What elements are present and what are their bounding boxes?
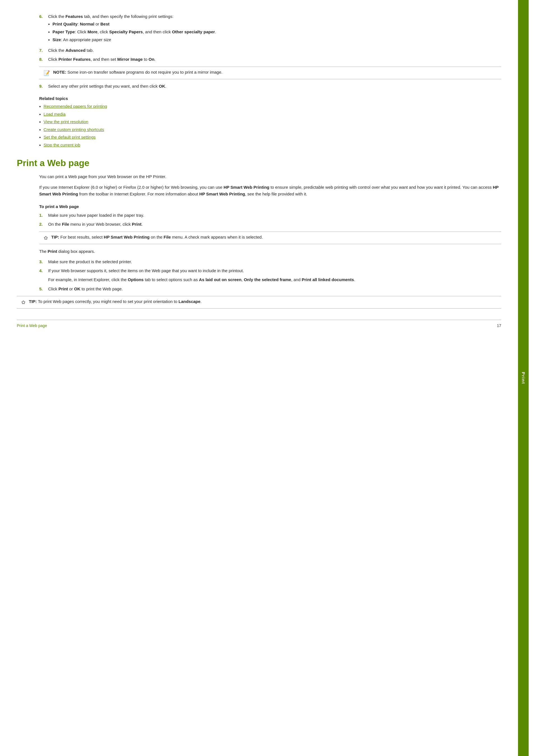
tip-box-1: ✿ TIP: For best results, select HP Smart… xyxy=(39,232,501,244)
step-8-content: Click Printer Features, and then set Mir… xyxy=(48,56,501,63)
page-content: 6. Click the Features tab, and then spec… xyxy=(0,0,518,756)
related-topic-4[interactable]: Create custom printing shortcuts xyxy=(39,126,501,134)
web-step-1-text: Make sure you have paper loaded in the p… xyxy=(48,213,144,218)
footer-left-text: Print a Web page xyxy=(17,323,47,328)
step-6-content: Click the Features tab, and then specify… xyxy=(48,13,501,45)
note-icon: 📝 xyxy=(44,70,50,76)
sub-item-paper-type: Paper Type: Click More, click Specialty … xyxy=(48,29,501,36)
web-step-5-num: 5. xyxy=(39,286,48,292)
print-dialog-text: The Print dialog box appears. xyxy=(39,248,501,255)
web-step-4: 4. If your Web browser supports it, sele… xyxy=(39,268,501,283)
related-topic-6[interactable]: Stop the current job xyxy=(39,142,501,149)
web-steps-list: 1. Make sure you have paper loaded in th… xyxy=(39,212,501,228)
tip-icon-2: ✿ xyxy=(21,299,25,305)
related-topic-2-link[interactable]: Load media xyxy=(44,111,66,118)
web-step-1-content: Make sure you have paper loaded in the p… xyxy=(48,212,501,219)
web-step-2-text: On the File menu in your Web browser, cl… xyxy=(48,222,143,227)
related-topics-title: Related topics xyxy=(39,96,501,101)
tip-icon-1: ✿ xyxy=(44,235,48,241)
section-intro-2: If you use Internet Explorer (6.0 or hig… xyxy=(39,184,501,197)
step-8-num: 8. xyxy=(39,56,48,63)
footer-bar: Print a Web page 17 xyxy=(17,320,501,328)
tip-2-content: TIP: To print Web pages correctly, you m… xyxy=(29,299,202,304)
step-6: 6. Click the Features tab, and then spec… xyxy=(39,13,501,45)
note-text: Some iron-on transfer software programs … xyxy=(67,70,223,74)
sub-item-quality: Print Quality: Normal or Best xyxy=(48,21,501,28)
related-topic-5[interactable]: Set the default print settings xyxy=(39,134,501,141)
right-tab: Print xyxy=(518,0,529,756)
related-topic-1-link[interactable]: Recommended papers for printing xyxy=(44,103,107,110)
sub-item-size: Size: An appropriate paper size xyxy=(48,37,501,43)
web-step-4-text: If your Web browser supports it, select … xyxy=(48,268,244,273)
step-6-sublist: Print Quality: Normal or Best Paper Type… xyxy=(48,21,501,43)
step-9-text: Select any other print settings that you… xyxy=(48,84,166,88)
related-topics-list: Recommended papers for printing Load med… xyxy=(39,103,501,149)
related-topic-2[interactable]: Load media xyxy=(39,111,501,118)
web-steps-2-list: 3. Make sure the product is the selected… xyxy=(39,259,501,292)
tip-1-text: For best results, select HP Smart Web Pr… xyxy=(60,235,263,239)
related-topic-6-link[interactable]: Stop the current job xyxy=(44,142,80,148)
web-step-4-para: For example, in Internet Explorer, click… xyxy=(48,276,501,283)
web-step-4-content: If your Web browser supports it, select … xyxy=(48,268,501,283)
web-step-2-num: 2. xyxy=(39,221,48,228)
note-label: NOTE: xyxy=(53,70,66,74)
web-step-2-content: On the File menu in your Web browser, cl… xyxy=(48,221,501,228)
step-9-content: Select any other print settings that you… xyxy=(48,83,501,90)
related-topic-1[interactable]: Recommended papers for printing xyxy=(39,103,501,110)
footer-page-number: 17 xyxy=(497,323,501,328)
web-step-1-num: 1. xyxy=(39,212,48,219)
web-step-4-num: 4. xyxy=(39,268,48,283)
step-9-num: 9. xyxy=(39,83,48,90)
steps-list: 6. Click the Features tab, and then spec… xyxy=(39,13,501,63)
web-step-3-text: Make sure the product is the selected pr… xyxy=(48,259,132,264)
web-step-5: 5. Click Print or OK to print the Web pa… xyxy=(39,286,501,292)
related-topic-4-link[interactable]: Create custom printing shortcuts xyxy=(44,126,104,133)
tip-1-label: TIP: xyxy=(51,235,59,239)
step-7-num: 7. xyxy=(39,47,48,54)
step-8-text: Click Printer Features, and then set Mir… xyxy=(48,57,156,62)
section-intro-1: You can print a Web page from your Web b… xyxy=(39,173,501,180)
web-step-5-text: Click Print or OK to print the Web page. xyxy=(48,286,123,291)
note-box: 📝 NOTE: Some iron-on transfer software p… xyxy=(39,67,501,79)
section-title: Print a Web page xyxy=(17,158,501,168)
step-7-text: Click the Advanced tab. xyxy=(48,48,94,53)
tip-1-content: TIP: For best results, select HP Smart W… xyxy=(51,235,263,239)
web-step-3-num: 3. xyxy=(39,259,48,265)
note-content: NOTE: Some iron-on transfer software pro… xyxy=(53,70,222,74)
related-topic-3-link[interactable]: View the print resolution xyxy=(44,118,88,125)
web-step-2: 2. On the File menu in your Web browser,… xyxy=(39,221,501,228)
step-6-num: 6. xyxy=(39,13,48,45)
related-topics: Related topics Recommended papers for pr… xyxy=(39,96,501,149)
step-9: 9. Select any other print settings that … xyxy=(39,83,501,90)
step-7-content: Click the Advanced tab. xyxy=(48,47,501,54)
related-topic-3[interactable]: View the print resolution xyxy=(39,118,501,126)
web-step-1: 1. Make sure you have paper loaded in th… xyxy=(39,212,501,219)
right-tab-label: Print xyxy=(521,372,526,384)
web-step-3: 3. Make sure the product is the selected… xyxy=(39,259,501,265)
tip-2-text: To print Web pages correctly, you might … xyxy=(38,299,202,304)
tip-box-2: ✿ TIP: To print Web pages correctly, you… xyxy=(17,296,501,309)
related-topic-5-link[interactable]: Set the default print settings xyxy=(44,134,96,141)
subsection-title: To print a Web page xyxy=(39,204,501,209)
step-6-text: Click the Features tab, and then specify… xyxy=(48,14,174,19)
web-step-5-content: Click Print or OK to print the Web page. xyxy=(48,286,501,292)
step-8: 8. Click Printer Features, and then set … xyxy=(39,56,501,63)
step-7: 7. Click the Advanced tab. xyxy=(39,47,501,54)
web-step-3-content: Make sure the product is the selected pr… xyxy=(48,259,501,265)
step-9-list: 9. Select any other print settings that … xyxy=(39,83,501,90)
tip-2-label: TIP: xyxy=(29,299,37,304)
